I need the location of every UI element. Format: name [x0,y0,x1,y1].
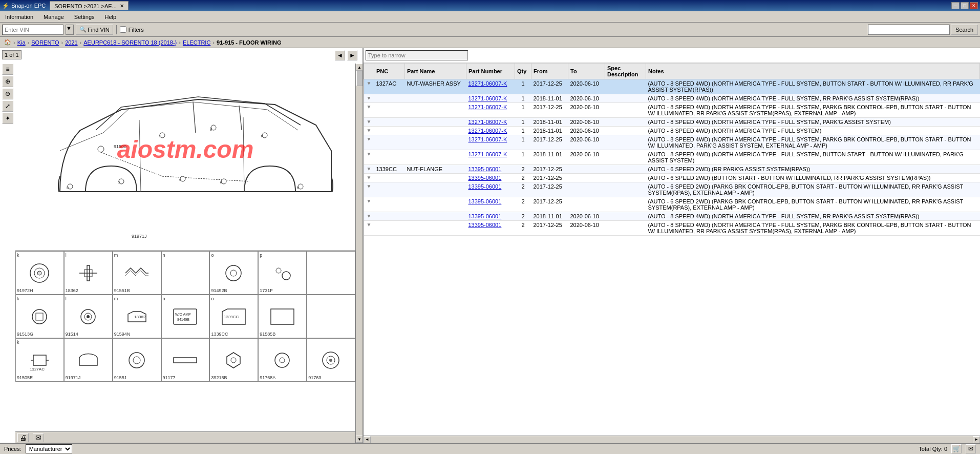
vin-input[interactable] [2,25,63,35]
row-expand-icon[interactable]: ▼ [364,127,374,135]
narrow-input[interactable] [366,50,468,60]
row-expand-icon[interactable]: ▼ [364,221,374,236]
close-button[interactable]: ✕ [970,2,978,9]
row-part-number[interactable]: 13271-06007-K [466,118,515,127]
part-cell-91971j[interactable]: 91971J [64,338,113,382]
scroll-right-button[interactable]: ► [973,436,980,443]
table-row[interactable]: ▼ 1327AC NUT-WASHER ASSY 13271-06007-K 1… [364,79,980,94]
row-expand-icon[interactable]: ▼ [364,165,374,174]
row-part-number[interactable]: 13271-06007-K [466,103,515,118]
table-row[interactable]: ▼ 13271-06007-K 1 2018-11-01 2020-06-10 … [364,127,980,135]
part-cell-91514[interactable]: l 91514 [64,295,113,338]
minimize-button[interactable]: – [951,2,960,9]
part-cell-91177[interactable]: 91177 [161,338,210,382]
part-cell-91505e[interactable]: k 1327AC 91505E [15,338,64,382]
row-expand-icon[interactable]: ▼ [364,103,374,118]
row-expand-icon[interactable]: ▼ [364,182,374,197]
row-expand-icon[interactable]: ▼ [364,79,374,94]
zoom-out-button[interactable]: ⊖ [2,88,13,99]
basket-button[interactable]: 🛒 [951,444,962,453]
table-row[interactable]: ▼ 13271-06007-K 1 2017-12-25 2020-06-10 … [364,103,980,118]
part-cell-1339cc[interactable]: o 1339CC 1339CC [209,295,258,338]
scroll-left-button[interactable]: ◄ [364,436,371,443]
search-input[interactable] [868,25,950,35]
row-part-number[interactable]: 13271-06007-K [466,79,515,94]
table-row[interactable]: ▼ 13395-06001 2 2017-12-25 2020-06-10 (A… [364,221,980,236]
filters-label[interactable]: Filters [129,27,144,33]
row-part-number[interactable]: 13395-06001 [466,165,515,174]
part-cell-91594n[interactable]: m 18362 91594N [113,295,161,338]
left-panel-scrollbar[interactable]: ▲ ▼ [355,64,363,443]
tool-button[interactable]: ✦ [2,113,13,124]
row-expand-icon[interactable]: ▼ [364,135,374,150]
price-dropdown[interactable]: Manufacturer [26,444,72,453]
scroll-track[interactable] [356,71,363,436]
part-cell-18362[interactable]: l 18362 [64,251,113,295]
menu-toggle-button[interactable]: ≡ [2,64,13,75]
filters-checkbox[interactable] [120,26,126,33]
part-cell-91492b[interactable]: o 91492B [209,251,258,295]
row-part-number[interactable]: 13271-06007-K [466,94,515,103]
horizontal-scrollbar[interactable]: ◄ ► [364,436,980,443]
table-row[interactable]: ▼ 13395-06001 2 2017-12-25 (AUTO - 6 SPE… [364,182,980,197]
row-part-number[interactable]: 13271-06007-K [466,150,515,165]
row-expand-icon[interactable]: ▼ [364,212,374,221]
table-row[interactable]: ▼ 13395-06001 2 2017-12-25 (AUTO - 6 SPE… [364,197,980,212]
part-cell-91585b[interactable]: 91585B [258,295,307,338]
row-expand-icon[interactable]: ▼ [364,174,374,182]
scroll-thumb[interactable] [356,71,363,86]
table-row[interactable]: ▼ 1339CC NUT-FLANGE 13395-06001 2 2017-1… [364,165,980,174]
print-button[interactable]: 🖨 [17,433,29,442]
table-row[interactable]: ▼ 13271-06007-K 1 2017-12-25 2020-06-10 … [364,135,980,150]
row-expand-icon[interactable]: ▼ [364,150,374,165]
table-row[interactable]: ▼ 13271-06007-K 1 2018-11-01 2020-06-10 … [364,94,980,103]
part-cell-91551[interactable]: 91551 [113,338,161,382]
row-part-number[interactable]: 13395-06001 [466,221,515,236]
menu-help[interactable]: Help [102,13,120,21]
menu-manage[interactable]: Manage [40,13,67,21]
row-part-number[interactable]: 13395-06001 [466,174,515,182]
search-button[interactable]: Search [951,25,978,35]
part-cell-1731f[interactable]: p 1731F [258,251,307,295]
row-part-number[interactable]: 13271-06007-K [466,127,515,135]
table-row[interactable]: ▼ 13271-06007-K 1 2018-11-01 2020-06-10 … [364,150,980,165]
row-part-number[interactable]: 13395-06001 [466,182,515,197]
prev-page-button[interactable]: ◄ [335,50,345,60]
hscroll-track[interactable] [371,436,973,443]
menu-settings[interactable]: Settings [71,13,98,21]
table-row[interactable]: ▼ 13271-06007-K 1 2018-11-01 2020-06-10 … [364,118,980,127]
zoom-in-button[interactable]: ⊕ [2,76,13,87]
breadcrumb-2021[interactable]: 2021 [65,39,77,46]
maximize-button[interactable]: □ [961,2,969,9]
menu-information[interactable]: Information [2,13,36,21]
next-page-button[interactable]: ► [347,50,357,60]
vin-dropdown[interactable]: ▼ [66,25,74,35]
part-cell-91513g[interactable]: k 91513G [15,295,64,338]
email-diagram-button[interactable]: ✉ [33,433,44,442]
tab-close-btn[interactable]: ✕ [120,3,124,9]
part-cell-39215b[interactable]: 39215B [209,338,258,382]
breadcrumb-electric[interactable]: ELECTRIC [183,39,210,46]
breadcrumb-model[interactable]: AEURPC618 - SORENTO 18 (2018-) [83,39,177,46]
row-part-number[interactable]: 13395-06001 [466,197,515,212]
part-cell-91768a[interactable]: 91768A [258,338,307,382]
part-cell-91763[interactable]: 91763 [307,338,355,382]
find-vin-button[interactable]: 🔍 Find VIN [76,25,113,35]
part-cell-91972h[interactable]: k 91972H [15,251,64,295]
home-icon[interactable]: 🏠 [4,39,11,46]
email-button[interactable]: ✉ [966,444,976,453]
breadcrumb-kia[interactable]: Kia [17,39,26,46]
row-part-number[interactable]: 13271-06007-K [466,135,515,150]
row-expand-icon[interactable]: ▼ [364,197,374,212]
row-expand-icon[interactable]: ▼ [364,118,374,127]
fit-screen-button[interactable]: ⤢ [2,100,13,112]
part-cell-91551b[interactable]: m 91551B [113,251,161,295]
breadcrumb-sorento[interactable]: SORENTO [31,39,59,46]
row-part-number[interactable]: 13395-06001 [466,212,515,221]
scroll-down-button[interactable]: ▼ [356,436,363,443]
scroll-up-button[interactable]: ▲ [356,64,363,71]
table-row[interactable]: ▼ 13395-06001 2 2018-11-01 2020-06-10 (A… [364,212,980,221]
table-row[interactable]: ▼ 13395-06001 2 2017-12-25 (AUTO - 6 SPE… [364,174,980,182]
part-cell-wo-amp[interactable]: n W/O AMP 84149B [161,295,210,338]
row-expand-icon[interactable]: ▼ [364,94,374,103]
